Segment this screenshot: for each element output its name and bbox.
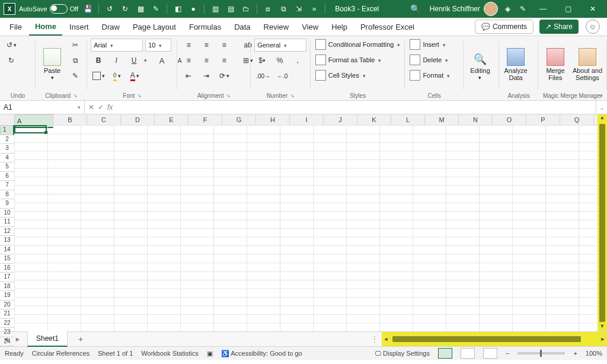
row-header-23[interactable]: 23 xyxy=(0,328,14,337)
cell-styles-button[interactable]: Cell Styles xyxy=(314,69,402,81)
menu-professor-excel[interactable]: Professor Excel xyxy=(354,18,420,36)
cancel-formula-icon[interactable]: ✕ xyxy=(88,103,94,111)
column-header-K[interactable]: K xyxy=(357,114,391,125)
accounting-format-button[interactable]: $▾ xyxy=(254,54,270,67)
account-button[interactable]: Henrik Schiffner xyxy=(430,2,498,16)
cut-button[interactable]: ✂ xyxy=(68,39,83,52)
qat-icon-2[interactable]: ✎ xyxy=(150,3,162,15)
font-name-select[interactable]: Arial xyxy=(91,39,143,52)
merge-files-button[interactable]: Merge Files xyxy=(542,39,569,81)
menu-help[interactable]: Help xyxy=(325,18,353,36)
about-settings-button[interactable]: About and Settings xyxy=(571,39,603,81)
row-header-2[interactable]: 2 xyxy=(0,135,14,145)
align-middle-button[interactable]: ≡ xyxy=(199,39,214,52)
alignment-launcher-icon[interactable]: ↘ xyxy=(226,92,231,98)
close-button[interactable]: ✕ xyxy=(582,0,603,18)
fx-icon[interactable]: fx xyxy=(107,103,113,111)
sheet-tab-sheet1[interactable]: Sheet1 xyxy=(27,331,68,347)
column-header-F[interactable]: F xyxy=(189,114,222,125)
align-left-button[interactable]: ≡ xyxy=(181,54,196,67)
qat-icon-3[interactable]: ◧ xyxy=(172,3,184,15)
vertical-scrollbar[interactable]: ▲ ▼ xyxy=(598,114,607,331)
bold-button[interactable]: B xyxy=(91,54,106,67)
active-cell[interactable] xyxy=(14,125,47,133)
row-header-11[interactable]: 11 xyxy=(0,218,14,227)
analyze-data-button[interactable]: Analyze Data xyxy=(503,39,529,81)
column-header-J[interactable]: J xyxy=(324,114,357,125)
new-sheet-button[interactable]: + xyxy=(74,334,88,344)
menu-formulas[interactable]: Formulas xyxy=(183,18,227,36)
row-header-15[interactable]: 15 xyxy=(0,254,14,264)
font-color-button[interactable]: A▾ xyxy=(127,69,142,82)
row-header-13[interactable]: 13 xyxy=(0,236,14,245)
font-size-select[interactable]: 10 xyxy=(145,39,171,52)
qat-icon-7[interactable]: 🗀 xyxy=(240,3,252,15)
increase-decimal-button[interactable]: .00→ xyxy=(254,69,272,82)
align-bottom-button[interactable]: ≡ xyxy=(216,39,232,52)
qat-icon-8[interactable]: ⧈ xyxy=(262,3,274,15)
column-header-H[interactable]: H xyxy=(256,114,290,125)
qat-icon-5[interactable]: ▥ xyxy=(209,3,221,15)
scroll-left-icon[interactable]: ◄ xyxy=(382,336,390,342)
redo-icon[interactable]: ↻ xyxy=(119,3,131,15)
qat-icon-1[interactable]: ▦ xyxy=(135,3,146,15)
scroll-up-icon[interactable]: ▲ xyxy=(600,114,605,123)
menu-home[interactable]: Home xyxy=(29,18,62,36)
clipboard-launcher-icon[interactable]: ↘ xyxy=(73,92,78,98)
scroll-down-icon[interactable]: ▼ xyxy=(600,323,605,331)
qat-overflow-icon[interactable]: » xyxy=(308,3,320,15)
undo-icon[interactable]: ↺ xyxy=(104,3,116,15)
conditional-formatting-button[interactable]: Conditional Formatting xyxy=(314,39,402,50)
row-header-18[interactable]: 18 xyxy=(0,282,14,292)
align-center-button[interactable]: ≡ xyxy=(199,54,214,67)
decrease-indent-button[interactable]: ⇤ xyxy=(181,69,196,82)
autosave-toggle[interactable]: AutoSave Off xyxy=(19,4,78,14)
zoom-level[interactable]: 100% xyxy=(586,350,602,357)
align-top-button[interactable]: ≡ xyxy=(181,39,196,52)
comments-button[interactable]: 💬 Comments xyxy=(475,20,533,34)
number-format-select[interactable]: General xyxy=(254,39,306,52)
feedback-button[interactable]: ☺ xyxy=(586,20,600,34)
diamond-icon[interactable]: ◈ xyxy=(501,3,513,15)
row-header-7[interactable]: 7 xyxy=(0,181,14,190)
delete-cells-button[interactable]: Delete xyxy=(408,54,451,66)
row-header-8[interactable]: 8 xyxy=(0,190,14,200)
column-header-I[interactable]: I xyxy=(290,114,324,125)
underline-button[interactable]: U xyxy=(126,54,142,67)
redo-button[interactable]: ↻ xyxy=(4,54,19,67)
column-header-N[interactable]: N xyxy=(459,114,493,125)
borders-button[interactable]: ▾ xyxy=(91,69,107,82)
menu-insert[interactable]: Insert xyxy=(63,18,95,36)
row-header-22[interactable]: 22 xyxy=(0,319,14,328)
column-header-G[interactable]: G xyxy=(222,114,256,125)
row-header-12[interactable]: 12 xyxy=(0,227,14,237)
menu-draw[interactable]: Draw xyxy=(96,18,126,36)
format-painter-button[interactable]: ✎ xyxy=(68,69,83,82)
menu-page-layout[interactable]: Page Layout xyxy=(127,18,182,36)
insert-cells-button[interactable]: Insert xyxy=(408,39,451,50)
zoom-out-button[interactable]: − xyxy=(506,350,509,357)
qat-icon-6[interactable]: ▤ xyxy=(225,3,237,15)
expand-formula-bar-button[interactable]: ⌄ xyxy=(596,101,607,114)
cells-area[interactable] xyxy=(14,125,598,331)
page-layout-view-button[interactable] xyxy=(461,348,475,359)
decrease-decimal-button[interactable]: ←.0 xyxy=(274,69,290,82)
status-circular-refs[interactable]: Circular References xyxy=(32,350,90,357)
row-header-6[interactable]: 6 xyxy=(0,172,14,181)
comma-format-button[interactable]: , xyxy=(290,54,305,67)
format-cells-button[interactable]: Format xyxy=(408,69,451,81)
column-header-O[interactable]: O xyxy=(493,114,526,125)
column-header-C[interactable]: C xyxy=(87,114,121,125)
scroll-right-icon[interactable]: ► xyxy=(599,336,607,342)
horizontal-scrollbar[interactable]: ◄ ► xyxy=(382,332,607,346)
paste-button[interactable]: Paste ▾ xyxy=(39,39,65,81)
align-right-button[interactable]: ≡ xyxy=(216,54,232,67)
zoom-slider[interactable] xyxy=(517,352,565,355)
tab-split-handle[interactable]: ⋮ xyxy=(371,335,378,343)
menu-data[interactable]: Data xyxy=(228,18,256,36)
column-header-L[interactable]: L xyxy=(391,114,425,125)
minimize-button[interactable]: — xyxy=(532,0,554,18)
row-header-20[interactable]: 20 xyxy=(0,301,14,310)
column-header-Q[interactable]: Q xyxy=(560,114,594,125)
row-header-4[interactable]: 4 xyxy=(0,154,14,163)
